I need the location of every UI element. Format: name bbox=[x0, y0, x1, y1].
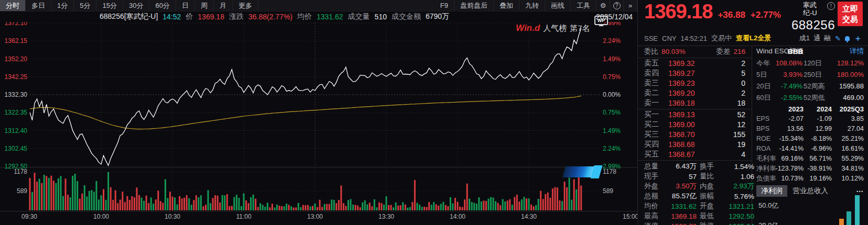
wind-flag-logo bbox=[562, 166, 599, 177]
stat-label: 最低 bbox=[700, 211, 721, 221]
period-tab[interactable]: 5分 bbox=[74, 0, 96, 11]
stats-grid: 总量6.43万换手1.54%现手57量比1.06外盘3.50万内盘2.93万总额… bbox=[638, 161, 752, 225]
more-icon[interactable]: ⋯ bbox=[856, 187, 864, 195]
svg-text:14:30: 14:30 bbox=[521, 213, 537, 220]
esg-row: Wind ESG评级 BBB 详情 bbox=[756, 46, 864, 57]
menu-item[interactable]: 画线 bbox=[545, 0, 571, 11]
l2-panorama-link[interactable]: 查看L2全景 bbox=[736, 33, 771, 43]
ask-row[interactable]: 卖一1369.1818 bbox=[638, 98, 752, 108]
ask-row[interactable]: 卖四1369.275 bbox=[638, 69, 752, 78]
period-tab[interactable]: 60分 bbox=[149, 0, 176, 11]
stat-label: 外盘 bbox=[644, 182, 665, 191]
book-price[interactable]: 1369.13 bbox=[668, 110, 716, 119]
menu-item[interactable]: 叠加 bbox=[494, 0, 519, 11]
menu-item[interactable]: 工具 bbox=[571, 0, 596, 11]
edit-icon[interactable]: ✎ bbox=[835, 35, 841, 42]
svg-text:15:00: 15:00 bbox=[623, 213, 637, 220]
stat-value: 57 bbox=[665, 173, 700, 181]
profit-mini-chart[interactable]: 50.0亿29.0亿 bbox=[756, 197, 864, 225]
wp-monitor-icon[interactable]: WP bbox=[594, 16, 608, 25]
book-price[interactable]: 1369.20 bbox=[668, 89, 716, 97]
amount-label: 成交金额 bbox=[392, 12, 421, 21]
alert-icon[interactable]: ! bbox=[827, 2, 835, 10]
book-volume: 0 bbox=[716, 79, 745, 87]
period-tab[interactable]: 月 bbox=[214, 0, 233, 11]
ask-row[interactable]: 卖五1369.322 bbox=[638, 59, 752, 69]
stat-value: 1369.18 bbox=[665, 212, 700, 220]
intraday-chart[interactable]: Win.d 人气榜 第7名 1372.101362.151352.201342.… bbox=[0, 22, 637, 225]
ask-book: 卖五1369.322卖四1369.275卖三1369.230卖二1369.202… bbox=[638, 58, 752, 109]
quote-timestamp: 14:52:21 bbox=[680, 35, 707, 42]
stat-row: 外盘3.50万内盘2.93万 bbox=[638, 182, 752, 192]
price-label: 价 bbox=[186, 12, 193, 21]
book-price[interactable]: 1368.68 bbox=[668, 140, 716, 149]
book-price[interactable]: 1369.27 bbox=[668, 69, 716, 77]
mini-chart-tab[interactable]: 净利润 bbox=[756, 185, 787, 197]
financial-header-row: 202320242025Q3 bbox=[756, 104, 864, 114]
quote-header: 1369.18 +36.88 +2.77% 寒武纪-U ! 688256 立即交… bbox=[638, 0, 868, 32]
period-tab[interactable]: 分时 bbox=[0, 0, 26, 11]
svg-text:2.24%: 2.24% bbox=[603, 37, 621, 44]
perf-label: 120日 bbox=[804, 59, 828, 68]
book-price[interactable]: 1368.70 bbox=[668, 130, 716, 139]
mini-bar bbox=[855, 195, 860, 225]
svg-text:1342.25: 1342.25 bbox=[5, 73, 28, 81]
bid-row[interactable]: 买一1369.1352 bbox=[638, 110, 752, 120]
stat-row: 最高1369.18最低1292.50 bbox=[638, 211, 752, 221]
ask-row[interactable]: 卖三1369.230 bbox=[638, 78, 752, 88]
weibi-value: 80.03% bbox=[661, 48, 686, 55]
bid-row[interactable]: 买四1368.6819 bbox=[638, 140, 752, 150]
menu-item[interactable]: 九转 bbox=[519, 0, 545, 11]
last-price: 1369.18 bbox=[644, 2, 712, 22]
trade-now-button[interactable]: 立即交易 bbox=[838, 2, 863, 26]
financial-metric: EPS bbox=[756, 115, 775, 122]
bid-row[interactable]: 买三1368.70155 bbox=[638, 130, 752, 140]
period-tab[interactable]: 更多 bbox=[233, 0, 258, 11]
add-icon[interactable]: ＋ bbox=[854, 33, 862, 43]
period-tab[interactable]: 1分 bbox=[51, 0, 74, 11]
bell-icon[interactable] bbox=[845, 36, 850, 41]
chart-canvas[interactable]: 1372.101362.151352.201342.251332.301322.… bbox=[0, 22, 637, 225]
stat-value: 1292.50 bbox=[721, 212, 754, 220]
book-price[interactable]: 1368.67 bbox=[668, 150, 716, 159]
help-icon[interactable]: ? bbox=[610, 0, 624, 11]
period-tab[interactable]: 日 bbox=[176, 0, 195, 11]
gear-icon[interactable]: ⚙ bbox=[596, 0, 610, 11]
financial-row: ROE-15.34%-8.18%25.21% bbox=[756, 134, 864, 144]
book-volume: 4 bbox=[716, 150, 745, 159]
expand-icon[interactable]: » bbox=[624, 0, 637, 11]
book-price[interactable]: 1369.00 bbox=[668, 120, 716, 129]
period-tab[interactable]: 周 bbox=[195, 0, 214, 11]
svg-text:1322.35: 1322.35 bbox=[5, 109, 28, 116]
period-tab[interactable]: 30分 bbox=[123, 0, 149, 11]
weicha-value: 216 bbox=[733, 48, 745, 55]
book-price[interactable]: 1369.18 bbox=[668, 99, 716, 107]
esg-detail-link[interactable]: 详情 bbox=[850, 47, 864, 56]
svg-text:589: 589 bbox=[17, 187, 27, 195]
financial-value: 16.61% bbox=[832, 145, 864, 152]
financial-value: 56.71% bbox=[804, 155, 832, 162]
bid-row[interactable]: 买五1368.674 bbox=[638, 150, 752, 160]
book-level-label: 买二 bbox=[644, 120, 668, 129]
book-volume: 12 bbox=[716, 120, 745, 129]
chart-toolbar: 分时多日1分5分15分30分60分日周月更多 F9盘前盘后叠加九转画线工具 ⚙ … bbox=[0, 0, 637, 12]
quote-subrow: SSE CNY 14:52:21 交易中 查看L2全景 成1通融 ✎ ＋ bbox=[638, 32, 868, 46]
mini-chart-tab[interactable]: 营业总收入 bbox=[788, 185, 833, 197]
menu-item[interactable]: F9 bbox=[435, 0, 454, 11]
stat-label: 跌停 bbox=[700, 221, 721, 225]
period-tab[interactable]: 多日 bbox=[26, 0, 51, 11]
financial-value: 34.81% bbox=[832, 165, 864, 172]
perf-row: 60日-2.55%52周低469.00 bbox=[756, 92, 864, 104]
period-tab[interactable]: 15分 bbox=[96, 0, 123, 11]
stat-label: 总额 bbox=[644, 192, 665, 201]
bid-book: 买一1369.1352买二1369.0012买三1368.70155买四1368… bbox=[638, 109, 752, 160]
book-price[interactable]: 1369.32 bbox=[668, 59, 716, 68]
financial-metric: 净利率 bbox=[756, 164, 775, 173]
book-price[interactable]: 1369.23 bbox=[668, 79, 716, 87]
book-level-label: 卖五 bbox=[644, 59, 668, 68]
ask-row[interactable]: 卖二1369.202 bbox=[638, 88, 752, 98]
financial-value: -38.91% bbox=[804, 165, 832, 172]
menu-items: F9盘前盘后叠加九转画线工具 bbox=[435, 0, 596, 11]
menu-item[interactable]: 盘前盘后 bbox=[454, 0, 494, 11]
bid-row[interactable]: 买二1369.0012 bbox=[638, 120, 752, 130]
